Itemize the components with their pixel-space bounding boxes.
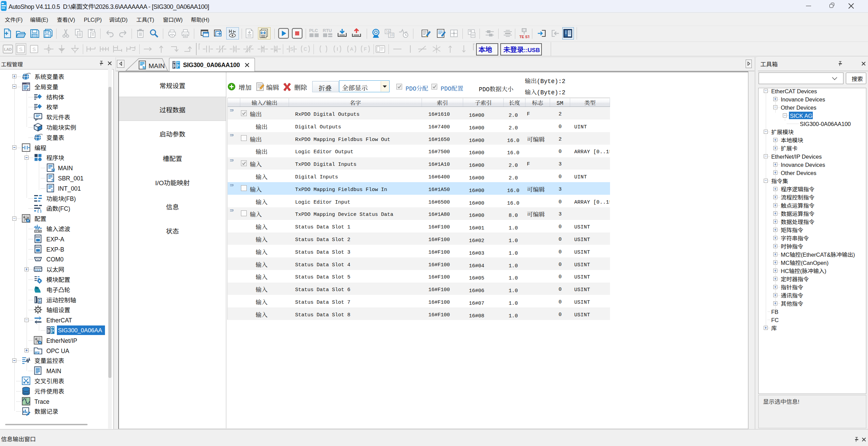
svg-text:C: C: [304, 46, 307, 52]
svg-text:LAD: LAD: [4, 47, 12, 51]
svg-text:I: I: [51, 188, 52, 193]
svg-text:OPC: OPC: [35, 351, 41, 354]
svg-text:F: F: [364, 46, 367, 52]
svg-text:10: 10: [389, 33, 393, 37]
svg-text:S: S: [19, 46, 22, 52]
svg-text:M: M: [51, 168, 55, 172]
svg-text:PLC: PLC: [309, 28, 318, 33]
svg-text:RTU: RTU: [323, 28, 332, 33]
svg-text:TE ST: TE ST: [519, 35, 529, 39]
svg-text:S: S: [290, 46, 293, 52]
svg-text:(): (): [37, 209, 42, 213]
svg-text:S: S: [51, 178, 54, 182]
svg-text:A: A: [350, 46, 353, 52]
svg-text:S: S: [32, 46, 36, 52]
svg-text:M: M: [142, 65, 146, 70]
